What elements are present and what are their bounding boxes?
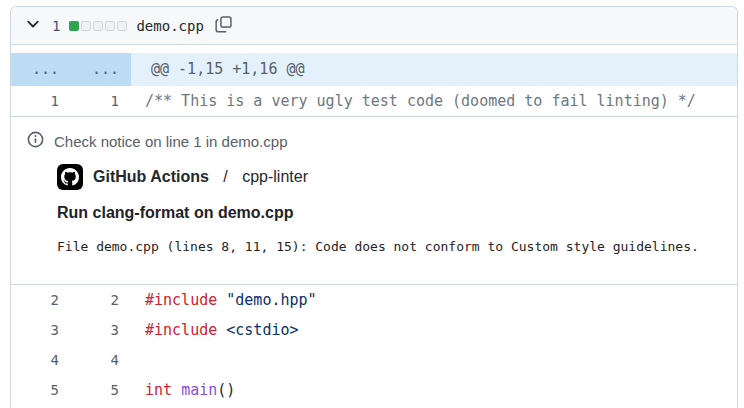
diffstat-block-neutral <box>93 21 103 31</box>
code-line: /** This is a very ugly test code (doome… <box>131 86 737 116</box>
annotation-header: Check notice on line 1 in demo.cpp <box>27 131 721 151</box>
diffstat <box>69 21 127 31</box>
chevron-down-icon <box>25 16 41 35</box>
code-line <box>131 345 737 375</box>
check-run-name: cpp-linter <box>242 168 308 186</box>
line-number-new[interactable]: 3 <box>71 315 131 345</box>
collapse-file-button[interactable] <box>23 14 43 37</box>
diff-line: 22#include "demo.hpp" <box>11 285 737 315</box>
info-icon <box>27 131 44 151</box>
diffstat-block-added <box>69 21 79 31</box>
annotation-title: Run clang-format on demo.cpp <box>57 204 721 222</box>
diff-line: 11/** This is a very ugly test code (doo… <box>11 86 737 116</box>
file-name-link[interactable]: demo.cpp <box>136 18 203 34</box>
line-number-old[interactable]: 3 <box>11 315 71 345</box>
hunk-header-row: ... ... @@ -1,15 +1,16 @@ <box>11 53 737 86</box>
check-app-row: GitHub Actions / cpp-linter <box>57 164 721 190</box>
check-app-name: GitHub Actions <box>93 168 209 186</box>
line-number-old[interactable]: 1 <box>11 86 71 116</box>
header-spacer <box>11 45 737 53</box>
copy-icon <box>215 16 232 36</box>
code-line: int main() <box>131 375 737 405</box>
check-separator: / <box>219 168 232 186</box>
diff-file-container: 1 demo.cpp ... ... @@ -1,15 +1,16 @@ 11/… <box>10 6 738 408</box>
line-number-old[interactable]: 4 <box>11 345 71 375</box>
annotation-notice-label: Check notice on line 1 in demo.cpp <box>54 133 287 150</box>
diff-line: 55int main() <box>11 375 737 405</box>
diff-line: 44 <box>11 345 737 375</box>
line-number-old[interactable]: 5 <box>11 375 71 405</box>
code-line: #include "demo.hpp" <box>131 285 737 315</box>
copy-path-button[interactable] <box>213 14 234 38</box>
diffstat-block-neutral <box>117 21 127 31</box>
line-number-new[interactable]: 1 <box>71 86 131 116</box>
hunk-header-text: @@ -1,15 +1,16 @@ <box>131 53 737 86</box>
diffstat-block-neutral <box>81 21 91 31</box>
annotation-message: File demo.cpp (lines 8, 11, 15): Code do… <box>57 239 721 254</box>
check-annotation: Check notice on line 1 in demo.cpp GitHu… <box>11 116 737 285</box>
expand-hunk-old[interactable]: ... <box>11 53 71 86</box>
code-line: #include <cstdio> <box>131 315 737 345</box>
diffstat-block-neutral <box>105 21 115 31</box>
diff-rows-after: 22#include "demo.hpp"33#include <cstdio>… <box>11 285 737 405</box>
diff-line: 33#include <cstdio> <box>11 315 737 345</box>
expand-hunk-new[interactable]: ... <box>71 53 131 86</box>
line-number-old[interactable]: 2 <box>11 285 71 315</box>
changed-lines-count: 1 <box>52 18 60 34</box>
diff-rows-before: 11/** This is a very ugly test code (doo… <box>11 86 737 116</box>
github-actions-avatar <box>57 164 83 190</box>
line-number-new[interactable]: 5 <box>71 375 131 405</box>
line-number-new[interactable]: 2 <box>71 285 131 315</box>
line-number-new[interactable]: 4 <box>71 345 131 375</box>
file-header: 1 demo.cpp <box>11 7 737 45</box>
